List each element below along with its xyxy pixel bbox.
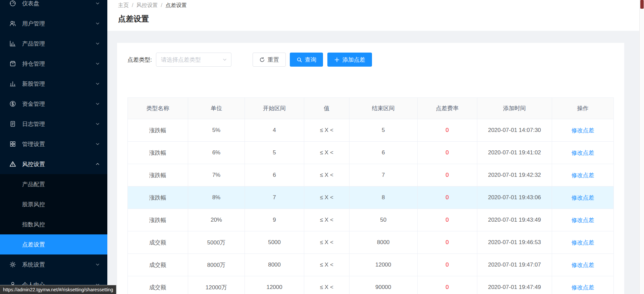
- status-url: https://admin22.tgymw.net/#/risksetting/…: [0, 285, 116, 294]
- sidebar-item-logs[interactable]: 日志管理: [0, 114, 107, 134]
- column-header: 值: [304, 98, 349, 119]
- cell-type: 涨跌幅: [128, 119, 188, 142]
- cell-operator: ≤ X <: [304, 187, 349, 209]
- cell-action: 修改点差: [552, 209, 613, 231]
- sidebar-item-label: 系统设置: [22, 261, 95, 269]
- cell-type: 涨跌幅: [128, 164, 188, 187]
- chevron-down-icon: [95, 142, 100, 146]
- sidebar-item-spread-setting[interactable]: 点差设置: [0, 234, 107, 254]
- sidebar-item-dashboard[interactable]: 仪表盘: [0, 0, 107, 13]
- page-header: 主页/风控设置/点差设置 点差设置: [107, 0, 639, 31]
- cell-rate: 0: [417, 187, 477, 209]
- breadcrumb-item[interactable]: 风控设置: [136, 2, 158, 8]
- scrollbar-track[interactable]: [639, 0, 644, 294]
- chevron-down-icon: [95, 122, 100, 126]
- cell-time: 2020-07-01 14:07:30: [477, 119, 552, 142]
- cell-unit: 8000万: [188, 254, 245, 276]
- table-row: 成交额8000万8000≤ X <1200002020-07-01 19:47:…: [128, 254, 614, 276]
- sidebar-item-products[interactable]: 产品管理: [0, 33, 107, 54]
- cell-action: 修改点差: [552, 187, 613, 209]
- edit-spread-link[interactable]: 修改点差: [571, 172, 594, 178]
- users-icon: [9, 20, 17, 27]
- cell-rate: 0: [417, 142, 477, 164]
- breadcrumb-item: 点差设置: [165, 2, 187, 8]
- cell-unit: 8%: [188, 187, 245, 209]
- filter-bar: 点差类型: 请选择点差类型 重置 查询 添加点差: [127, 53, 614, 67]
- cell-unit: 6%: [188, 142, 245, 164]
- edit-spread-link[interactable]: 修改点差: [571, 262, 594, 268]
- main-area: 主页/风控设置/点差设置 点差设置 点差类型: 请选择点差类型 重置 查询: [107, 0, 639, 294]
- sidebar-item-funds[interactable]: 资金管理: [0, 94, 107, 114]
- cell-action: 修改点差: [552, 142, 613, 164]
- cell-end: 12000: [349, 254, 417, 276]
- edit-spread-link[interactable]: 修改点差: [571, 195, 594, 201]
- chevron-down-icon: [95, 61, 100, 66]
- cell-type: 成交额: [128, 276, 188, 294]
- cell-time: 2020-07-01 19:47:07: [477, 254, 552, 276]
- cell-start: 7: [245, 187, 304, 209]
- sidebar-item-positions[interactable]: 持仓管理: [0, 54, 107, 74]
- spread-type-select[interactable]: 请选择点差类型: [156, 53, 231, 67]
- add-spread-button-label: 添加点差: [342, 56, 365, 64]
- column-header: 开始区间: [245, 98, 304, 119]
- column-header: 添加时间: [477, 98, 552, 119]
- table-row: 涨跌幅5%4≤ X <502020-07-01 14:07:30修改点差: [128, 119, 614, 142]
- table-row: 涨跌幅6%5≤ X <602020-07-01 19:41:02修改点差: [128, 142, 614, 164]
- cell-end: 90000: [349, 276, 417, 294]
- sidebar-item-users[interactable]: 用户管理: [0, 13, 107, 33]
- logs-icon: [9, 121, 17, 127]
- edit-spread-link[interactable]: 修改点差: [571, 150, 594, 156]
- column-header: 点差费率: [417, 98, 477, 119]
- add-spread-button[interactable]: 添加点差: [327, 53, 372, 67]
- table-row: 涨跌幅20%9≤ X <5002020-07-01 19:43:49修改点差: [128, 209, 614, 231]
- cell-type: 涨跌幅: [128, 187, 188, 209]
- sidebar-item-label: 持仓管理: [22, 60, 95, 68]
- chevron-down-icon: [222, 57, 227, 62]
- dashboard-icon: [9, 0, 17, 7]
- cell-start: 5: [245, 142, 304, 164]
- sidebar-item-risk[interactable]: 风控设置: [0, 154, 107, 174]
- select-placeholder: 请选择点差类型: [161, 56, 201, 64]
- cell-start: 6: [245, 164, 304, 187]
- sidebar-item-label: 用户管理: [22, 20, 95, 27]
- cell-unit: 7%: [188, 164, 245, 187]
- cell-operator: ≤ X <: [304, 164, 349, 187]
- sidebar-item-manage[interactable]: 管理设置: [0, 134, 107, 154]
- cell-unit: 5%: [188, 119, 245, 142]
- cell-action: 修改点差: [552, 254, 613, 276]
- cell-action: 修改点差: [552, 119, 613, 142]
- content-card: 点差类型: 请选择点差类型 重置 查询 添加点差: [117, 43, 624, 294]
- breadcrumb-item[interactable]: 主页: [118, 2, 129, 8]
- scrollbar-thumb[interactable]: [640, 0, 644, 9]
- cell-end: 5: [349, 119, 417, 142]
- cell-rate: 0: [417, 231, 477, 254]
- edit-spread-link[interactable]: 修改点差: [571, 284, 594, 291]
- sidebar-item-system[interactable]: 系统设置: [0, 254, 107, 275]
- sidebar-item-product-config[interactable]: 产品配置: [0, 174, 107, 194]
- table-row: 成交额12000万12000≤ X <9000002020-07-01 19:4…: [128, 276, 614, 294]
- column-header: 单位: [188, 98, 245, 119]
- edit-spread-link[interactable]: 修改点差: [571, 217, 594, 223]
- funds-icon: [9, 100, 17, 107]
- spread-type-label: 点差类型:: [127, 56, 152, 64]
- cell-operator: ≤ X <: [304, 276, 349, 294]
- manage-icon: [9, 141, 17, 147]
- reset-button[interactable]: 重置: [253, 53, 286, 67]
- column-header: 结束区间: [349, 98, 417, 119]
- search-button[interactable]: 查询: [290, 53, 323, 67]
- sidebar-item-index-risk[interactable]: 指数风控: [0, 214, 107, 234]
- chevron-down-icon: [95, 1, 100, 6]
- cell-rate: 0: [417, 209, 477, 231]
- cell-end: 6: [349, 142, 417, 164]
- chevron-down-icon: [95, 81, 100, 86]
- breadcrumb: 主页/风控设置/点差设置: [118, 2, 629, 9]
- edit-spread-link[interactable]: 修改点差: [571, 239, 594, 246]
- cell-time: 2020-07-01 19:43:06: [477, 187, 552, 209]
- cell-type: 成交额: [128, 254, 188, 276]
- sidebar-item-stock-risk[interactable]: 股票风控: [0, 194, 107, 214]
- cell-rate: 0: [417, 254, 477, 276]
- sidebar-item-new-stock[interactable]: 新股管理: [0, 74, 107, 94]
- chevron-up-icon: [95, 162, 100, 166]
- edit-spread-link[interactable]: 修改点差: [571, 127, 594, 134]
- cell-type: 涨跌幅: [128, 209, 188, 231]
